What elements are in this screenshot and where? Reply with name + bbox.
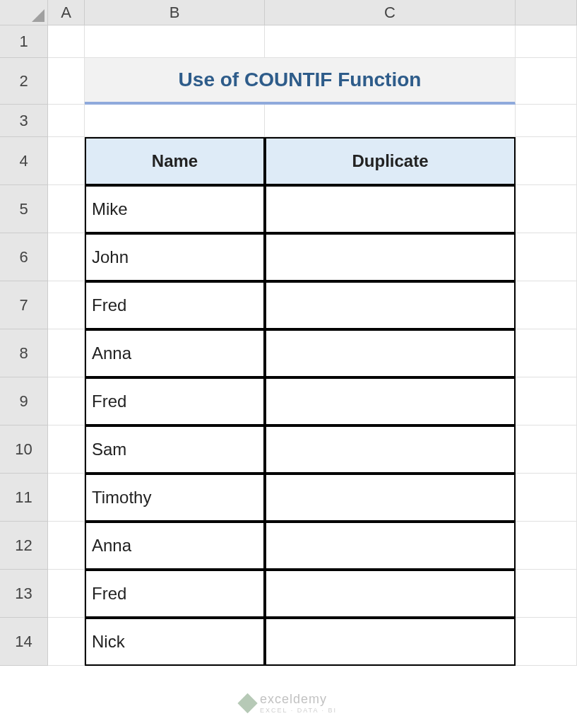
- row-header-4[interactable]: 4: [0, 137, 48, 185]
- table-row[interactable]: [265, 618, 516, 666]
- cell-rest-12[interactable]: [516, 522, 577, 570]
- watermark-text: exceldemy: [260, 692, 337, 707]
- col-header-c[interactable]: C: [265, 0, 516, 25]
- cell-a2[interactable]: [48, 58, 85, 105]
- row-header-5[interactable]: 5: [0, 185, 48, 233]
- cell-a12[interactable]: [48, 522, 85, 570]
- cell-a14[interactable]: [48, 618, 85, 666]
- title-cell[interactable]: Use of COUNTIF Function: [85, 58, 516, 105]
- table-row[interactable]: [265, 281, 516, 329]
- table-row[interactable]: Anna: [85, 522, 265, 570]
- cell-rest-10[interactable]: [516, 425, 577, 474]
- table-row[interactable]: Fred: [85, 377, 265, 425]
- row-header-1[interactable]: 1: [0, 25, 48, 58]
- table-row[interactable]: [265, 570, 516, 618]
- column-headers: A B C: [48, 0, 577, 25]
- cell-a10[interactable]: [48, 425, 85, 474]
- cell-rest-11[interactable]: [516, 474, 577, 522]
- row-header-7[interactable]: 7: [0, 281, 48, 329]
- table-row[interactable]: Fred: [85, 281, 265, 329]
- row-header-14[interactable]: 14: [0, 618, 48, 666]
- cell-a6[interactable]: [48, 233, 85, 281]
- header-duplicate[interactable]: Duplicate: [265, 137, 516, 185]
- row-header-11[interactable]: 11: [0, 474, 48, 522]
- cell-a11[interactable]: [48, 474, 85, 522]
- table-row[interactable]: Timothy: [85, 474, 265, 522]
- cell-rest-8[interactable]: [516, 329, 577, 377]
- cell-a3[interactable]: [48, 105, 85, 137]
- cell-a5[interactable]: [48, 185, 85, 233]
- table-row[interactable]: Sam: [85, 425, 265, 474]
- header-name[interactable]: Name: [85, 137, 265, 185]
- cell-rest-9[interactable]: [516, 377, 577, 425]
- row-headers: 1 2 3 4 5 6 7 8 9 10 11 12 13 14: [0, 25, 48, 666]
- row-header-13[interactable]: 13: [0, 570, 48, 618]
- select-all-corner[interactable]: [0, 0, 48, 25]
- cell-rest-13[interactable]: [516, 570, 577, 618]
- cell-rest-1[interactable]: [516, 25, 577, 58]
- cell-c1[interactable]: [265, 25, 516, 58]
- row-header-12[interactable]: 12: [0, 522, 48, 570]
- table-row[interactable]: [265, 377, 516, 425]
- row-header-3[interactable]: 3: [0, 105, 48, 137]
- row-header-8[interactable]: 8: [0, 329, 48, 377]
- spreadsheet-grid: Use of COUNTIF Function Name Duplicate M…: [48, 25, 577, 728]
- cell-rest-7[interactable]: [516, 281, 577, 329]
- cell-a9[interactable]: [48, 377, 85, 425]
- cell-b3[interactable]: [85, 105, 265, 137]
- col-header-b[interactable]: B: [85, 0, 265, 25]
- cell-rest-4[interactable]: [516, 137, 577, 185]
- cell-rest-6[interactable]: [516, 233, 577, 281]
- cell-b1[interactable]: [85, 25, 265, 58]
- table-row[interactable]: [265, 185, 516, 233]
- cell-rest-14[interactable]: [516, 618, 577, 666]
- table-row[interactable]: [265, 522, 516, 570]
- col-header-a[interactable]: A: [48, 0, 85, 25]
- cell-c3[interactable]: [265, 105, 516, 137]
- cell-rest-2[interactable]: [516, 58, 577, 105]
- watermark-sub: EXCEL · DATA · BI: [260, 707, 337, 714]
- cell-rest-3[interactable]: [516, 105, 577, 137]
- col-header-rest[interactable]: [516, 0, 577, 25]
- cell-rest-5[interactable]: [516, 185, 577, 233]
- table-row[interactable]: [265, 474, 516, 522]
- row-header-9[interactable]: 9: [0, 377, 48, 425]
- row-header-6[interactable]: 6: [0, 233, 48, 281]
- watermark-icon: [237, 693, 257, 712]
- watermark: exceldemy EXCEL · DATA · BI: [240, 692, 337, 714]
- cell-a8[interactable]: [48, 329, 85, 377]
- table-row[interactable]: Fred: [85, 570, 265, 618]
- table-row[interactable]: [265, 329, 516, 377]
- row-header-2[interactable]: 2: [0, 58, 48, 105]
- table-row[interactable]: John: [85, 233, 265, 281]
- cell-a1[interactable]: [48, 25, 85, 58]
- table-row[interactable]: Nick: [85, 618, 265, 666]
- cell-a4[interactable]: [48, 137, 85, 185]
- cell-a13[interactable]: [48, 570, 85, 618]
- row-header-10[interactable]: 10: [0, 425, 48, 474]
- table-row[interactable]: [265, 425, 516, 474]
- table-row[interactable]: Mike: [85, 185, 265, 233]
- cell-a7[interactable]: [48, 281, 85, 329]
- table-row[interactable]: [265, 233, 516, 281]
- table-row[interactable]: Anna: [85, 329, 265, 377]
